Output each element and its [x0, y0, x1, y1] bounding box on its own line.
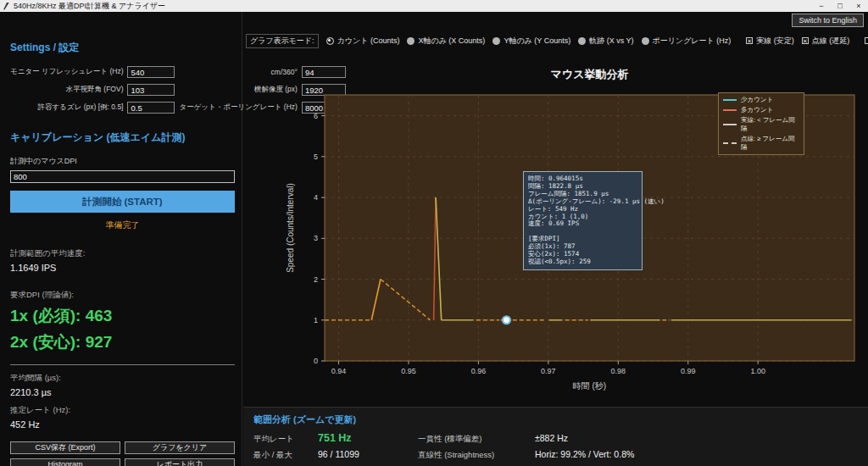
graph-mode-toolbar: グラフ表示モード: カウント (Counts) X軸のみ (X Counts) …: [246, 34, 865, 47]
checkbox-label: 点線 (遅延): [812, 36, 850, 47]
app-icon: [3, 3, 9, 10]
radio-y-counts[interactable]: Y軸のみ (Y Counts): [492, 36, 570, 47]
mouse-dpi-label: 計測中のマウスDPI: [10, 156, 235, 167]
svg-text:0.99: 0.99: [681, 367, 696, 375]
svg-text:Speed (Counts/Interval): Speed (Counts/Interval): [286, 183, 295, 273]
legend-label: 多カウント: [741, 106, 773, 114]
chart-area: 0.940.950.960.970.980.991.000123456マウス挙動…: [243, 49, 868, 407]
avg-speed-value: 1.1649 IPS: [10, 263, 235, 273]
radio-label: カウント (Counts): [337, 36, 400, 47]
range-analysis-header: 範囲分析 (ズームで更新): [253, 413, 858, 426]
tolerance-input[interactable]: [127, 102, 175, 114]
straightness-label: 直線性 (Straightness): [418, 450, 526, 461]
sidebar-buttons: CSV保存 (Export) グラフをクリア Histogram レポート出力: [10, 441, 235, 466]
svg-text:6: 6: [314, 112, 318, 120]
radio-label: ポーリングレート (Hz): [653, 36, 732, 47]
svg-text:0.96: 0.96: [471, 367, 487, 375]
legend-line-red: [723, 109, 737, 111]
checkbox-checked-icon: ✕: [746, 37, 753, 44]
svg-text:0: 0: [314, 357, 318, 365]
svg-text:2: 2: [314, 275, 318, 284]
settings-form: モニター リフレッシュレート (Hz) cm/360° 水平視野角 (FOV) …: [10, 66, 235, 114]
refresh-rate-input[interactable]: [127, 66, 175, 78]
chart-legend: 少カウント 多カウント 実線: < フレーム間隔 点線: ≥ フレーム間隔: [718, 92, 804, 155]
est-rate-value: 452 Hz: [10, 419, 235, 430]
legend-label: 点線: ≥ フレーム間隔: [741, 135, 799, 152]
svg-text:4: 4: [314, 193, 318, 202]
svg-text:5: 5: [314, 153, 318, 161]
required-dpi-label: 要求DPI (理論値):: [10, 290, 235, 301]
fov-input[interactable]: [127, 84, 175, 96]
legend-item: 少カウント: [723, 96, 799, 104]
radio-label: X軸のみ (X Counts): [418, 36, 485, 47]
checkbox-checked-icon: ✕: [802, 37, 809, 44]
calibration-header: キャリブレーション (低速エイム計測): [10, 130, 235, 145]
svg-text:時間 (秒): 時間 (秒): [573, 381, 606, 391]
consistency-label: 一貫性 (標準偏差): [418, 434, 526, 445]
mouse-dpi-input[interactable]: [10, 170, 235, 183]
dpi-2x-value: 2x (安心): 927: [10, 331, 235, 353]
tooltip-line: 速度: 0.69 IPS: [528, 220, 637, 228]
straightness-value: Horiz: 99.2% / Vert: 0.8%: [535, 449, 858, 459]
switch-to-english-button[interactable]: Switch to English: [792, 14, 864, 27]
svg-text:0.94: 0.94: [331, 367, 347, 375]
radio-icon: [642, 37, 649, 45]
range-analysis-panel: 範囲分析 (ズームで更新) 平均レート 751 Hz 一貫性 (標準偏差) ±8…: [243, 407, 868, 466]
radio-x-counts[interactable]: X軸のみ (X Counts): [407, 36, 485, 47]
radio-trajectory[interactable]: 軌跡 (X vs Y): [578, 36, 633, 47]
legend-line-dashed: [723, 142, 737, 144]
calibration-status: 準備完了: [10, 219, 235, 231]
tooltip-line: 視認(<0.5px): 259: [528, 258, 637, 266]
avg-rate-label: 平均レート: [253, 434, 309, 445]
csv-export-button[interactable]: CSV保存 (Export): [10, 441, 120, 454]
tolerance-label: 許容するズレ (px) [例: 0.5]: [10, 103, 123, 113]
report-button[interactable]: レポート出力: [125, 458, 235, 466]
svg-text:マウス挙動分析: マウス挙動分析: [551, 68, 629, 80]
legend-line-solid: [723, 124, 737, 125]
window-title: 540Hz/8KHz 最適DPI計算機 & アナライザー: [14, 1, 165, 12]
settings-header: Settings / 設定: [10, 41, 235, 55]
start-measure-button[interactable]: 計測開始 (START): [10, 191, 235, 213]
svg-text:3: 3: [314, 234, 318, 242]
checkbox-solid-line[interactable]: ✕ 実線 (安定): [746, 36, 794, 47]
radio-icon: [407, 37, 415, 45]
radio-selected-icon: [326, 37, 334, 45]
radio-label: Y軸のみ (Y Counts): [504, 36, 570, 47]
histogram-button[interactable]: Histogram: [10, 458, 120, 466]
minimize-button[interactable]: −: [812, 2, 831, 10]
svg-text:0.95: 0.95: [401, 367, 416, 375]
legend-line-cyan: [723, 99, 737, 101]
avg-speed-label: 計測範囲の平均速度:: [10, 248, 235, 259]
radio-icon: [492, 37, 500, 45]
svg-text:1.00: 1.00: [750, 367, 765, 375]
radio-polling-rate[interactable]: ポーリングレート (Hz): [642, 36, 732, 47]
settings-sidebar: Settings / 設定 モニター リフレッシュレート (Hz) cm/360…: [0, 12, 242, 466]
checkbox-label: 実線 (安定): [756, 36, 794, 47]
fov-label: 水平視野角 (FOV): [10, 85, 123, 95]
checkbox-dotted-line[interactable]: ✕ 点線 (遅延): [802, 36, 850, 47]
avg-rate-value: 751 Hz: [318, 432, 409, 444]
svg-text:1: 1: [314, 316, 318, 325]
legend-label: 実線: < フレーム間隔: [741, 116, 799, 133]
checkbox-smoothing[interactable]: 平滑化 (Monitor Hz): [865, 36, 868, 47]
radio-counts[interactable]: カウント (Counts): [326, 36, 400, 47]
minmax-value: 96 / 11099: [318, 449, 409, 459]
refresh-rate-label: モニター リフレッシュレート (Hz): [10, 67, 123, 77]
legend-item: 多カウント: [723, 106, 799, 114]
svg-text:0.97: 0.97: [541, 367, 556, 375]
maximize-button[interactable]: □: [831, 2, 849, 10]
avg-interval-label: 平均間隔 (µs):: [10, 373, 235, 384]
svg-text:0.98: 0.98: [611, 367, 626, 375]
legend-item: 点線: ≥ フレーム間隔: [723, 135, 799, 152]
radio-icon: [578, 37, 586, 45]
est-rate-label: 推定レート (Hz):: [10, 405, 235, 416]
close-button[interactable]: ×: [849, 2, 868, 10]
graph-mode-label: グラフ表示モード:: [246, 34, 319, 48]
clear-graph-button[interactable]: グラフをクリア: [125, 441, 235, 454]
avg-interval-value: 2210.3 µs: [10, 387, 235, 397]
radio-label: 軌跡 (X vs Y): [589, 36, 633, 47]
datapoint-tooltip: 時間: 0.964015s 間隔: 1822.8 µs フレーム間隔: 1851…: [523, 171, 643, 270]
window-titlebar: 540Hz/8KHz 最適DPI計算機 & アナライザー − □ ×: [0, 0, 868, 12]
legend-label: 少カウント: [741, 96, 773, 104]
legend-item: 実線: < フレーム間隔: [723, 116, 799, 133]
